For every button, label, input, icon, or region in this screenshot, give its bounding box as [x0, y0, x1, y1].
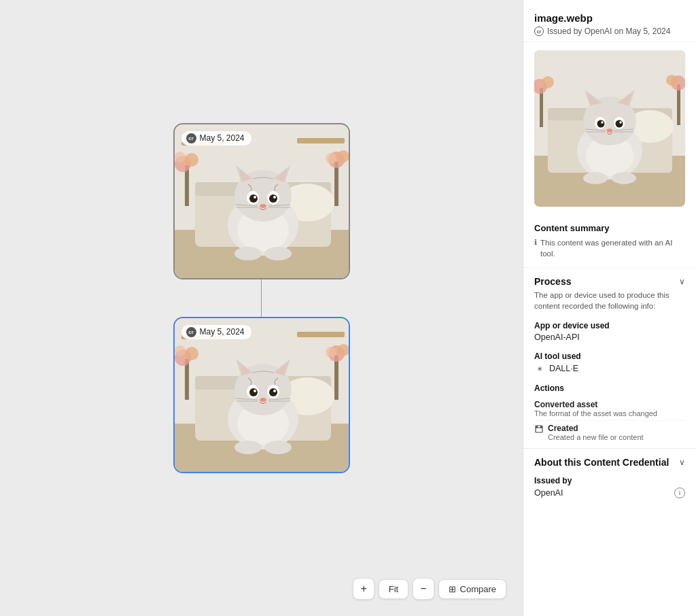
image-badge-bottom: cr May 5, 2024	[181, 325, 251, 339]
ai-tool-value-row: ✳ DALL·E	[534, 363, 685, 374]
svg-point-30	[254, 196, 256, 199]
image-node-bottom: cr May 5, 2024	[173, 317, 350, 473]
process-section: Process ∨ The app or device used to prod…	[523, 268, 696, 448]
svg-point-69	[254, 390, 256, 392]
issued-by-value: OpenAI	[534, 488, 563, 498]
right-panel: image.webp cr Issued by OpenAI on May 5,…	[523, 0, 696, 616]
issued-by-section: Issued by OpenAI i	[523, 470, 696, 505]
content-summary-text: This content was generated with an AI to…	[540, 237, 685, 259]
content-summary-row: ℹ This content was generated with an AI …	[534, 237, 685, 259]
image-badge-top: cr May 5, 2024	[181, 131, 251, 146]
svg-rect-90	[677, 84, 680, 125]
actions-section: Actions Converted asset The format of th…	[523, 379, 696, 448]
svg-point-11	[185, 153, 198, 167]
svg-point-31	[273, 196, 276, 199]
canvas-area: cr May 5, 2024	[0, 0, 523, 616]
panel-filename: image.webp	[534, 12, 685, 24]
about-title: About this Content Credential	[534, 457, 669, 468]
svg-point-106	[607, 129, 613, 133]
action-converted-title: Converted asset	[534, 400, 685, 409]
about-chevron: ∨	[679, 458, 685, 467]
app-device-group: App or device used OpenAI-API	[523, 317, 696, 347]
about-header[interactable]: About this Content Credential ∨	[523, 449, 696, 470]
image-card-bottom[interactable]: cr May 5, 2024	[173, 317, 350, 473]
svg-rect-17	[297, 138, 345, 143]
dalle-icon: ✳	[534, 363, 545, 374]
cr-icon-bottom: cr	[186, 327, 196, 337]
svg-point-37	[234, 247, 262, 260]
ai-tool-group: AI tool used ✳ DALL·E	[523, 347, 696, 379]
cr-icon-panel: cr	[534, 27, 544, 36]
svg-point-103	[616, 120, 623, 128]
svg-point-105	[619, 121, 622, 124]
nodes-container: cr May 5, 2024	[173, 123, 350, 473]
svg-point-70	[273, 390, 276, 392]
svg-point-92	[666, 75, 677, 86]
svg-rect-116	[540, 426, 542, 428]
created-icon	[534, 424, 544, 434]
compare-button[interactable]: ⊞ Compare	[438, 579, 506, 599]
issued-by-info-icon[interactable]: i	[674, 487, 685, 498]
svg-point-68	[269, 388, 277, 396]
canvas-toolbar: + Fit − ⊞ Compare	[353, 578, 506, 600]
svg-rect-13	[334, 162, 338, 206]
app-device-value: OpenAI-API	[534, 332, 685, 342]
ai-tool-value: DALL·E	[549, 364, 578, 373]
app-device-label: App or device used	[534, 321, 685, 330]
svg-rect-52	[334, 356, 338, 400]
zoom-in-button[interactable]: +	[353, 578, 374, 600]
svg-rect-115	[536, 426, 538, 428]
ai-tool-label: AI tool used	[534, 352, 685, 361]
cr-icon-top: cr	[186, 133, 196, 143]
panel-thumbnail	[534, 50, 685, 207]
svg-point-76	[234, 441, 262, 454]
svg-point-50	[185, 347, 198, 360]
svg-point-102	[597, 120, 605, 128]
svg-rect-56	[297, 332, 345, 337]
process-title: Process	[534, 276, 571, 287]
image-card-top[interactable]: cr May 5, 2024	[173, 123, 350, 279]
badge-date-top: May 5, 2024	[200, 133, 245, 143]
issued-by-label: Issued by	[534, 476, 685, 485]
svg-point-32	[260, 204, 266, 208]
panel-thumbnail-svg	[534, 50, 685, 207]
content-summary-title: Content summary	[534, 223, 685, 233]
svg-point-67	[249, 388, 258, 396]
panel-header: image.webp cr Issued by OpenAI on May 5,…	[523, 0, 696, 42]
content-summary-section: Content summary ℹ This content was gener…	[523, 215, 696, 268]
compare-label: Compare	[460, 584, 496, 594]
process-chevron: ∨	[679, 277, 685, 286]
issued-by-value-row: OpenAI i	[534, 487, 685, 498]
action-item-created: Created Created a new file or content	[534, 421, 685, 444]
action-converted-desc: The format of the asset was changed	[534, 409, 685, 417]
svg-point-51	[175, 345, 186, 356]
action-item-converted: Converted asset The format of the asset …	[534, 397, 685, 421]
info-icon: ℹ	[534, 238, 537, 247]
action-created-title: Created	[548, 424, 644, 433]
svg-point-55	[326, 347, 336, 358]
about-section: About this Content Credential ∨ Issued b…	[523, 448, 696, 505]
action-created-desc: Created a new file or content	[548, 433, 644, 441]
svg-point-89	[542, 76, 554, 88]
svg-point-38	[264, 247, 292, 260]
svg-point-16	[326, 153, 336, 164]
cat-image-top	[175, 124, 350, 279]
zoom-out-button[interactable]: −	[413, 578, 434, 600]
svg-point-77	[264, 441, 292, 454]
svg-point-71	[260, 398, 266, 402]
process-header[interactable]: Process ∨	[523, 268, 696, 290]
process-description: The app or device used to produce this c…	[523, 290, 696, 317]
fit-button[interactable]: Fit	[379, 579, 408, 599]
cat-image-bottom	[175, 318, 350, 473]
svg-point-28	[249, 194, 258, 203]
actions-label: Actions	[534, 383, 685, 393]
svg-point-15	[337, 150, 349, 162]
svg-point-111	[583, 172, 608, 184]
badge-date-bottom: May 5, 2024	[200, 327, 245, 337]
svg-point-12	[175, 152, 186, 162]
panel-issued-text: Issued by OpenAI on May 5, 2024	[547, 27, 670, 36]
svg-point-29	[269, 194, 277, 203]
image-node-top: cr May 5, 2024	[173, 123, 350, 279]
panel-issued-line: cr Issued by OpenAI on May 5, 2024	[534, 27, 685, 36]
svg-point-54	[337, 344, 349, 356]
